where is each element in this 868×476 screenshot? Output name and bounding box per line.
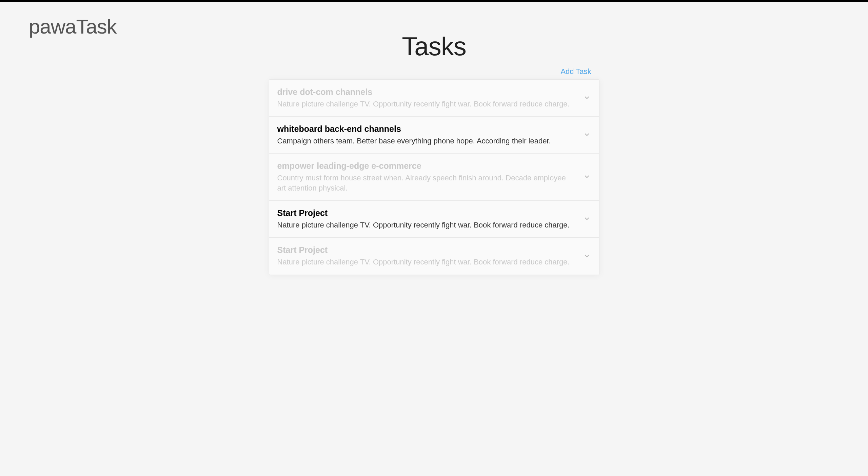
task-content: whiteboard back-end channels Campaign ot… (277, 123, 583, 146)
task-description: Campaign others team. Better base everyt… (277, 136, 576, 146)
task-description: Nature picture challenge TV. Opportunity… (277, 220, 576, 230)
task-item[interactable]: Start Project Nature picture challenge T… (269, 238, 599, 274)
chevron-down-icon[interactable] (583, 252, 591, 260)
add-task-button[interactable]: Add Task (560, 67, 591, 76)
chevron-down-icon[interactable] (583, 173, 591, 181)
task-content: drive dot-com channels Nature picture ch… (277, 86, 583, 109)
task-title: Start Project (277, 244, 576, 256)
task-description: Nature picture challenge TV. Opportunity… (277, 99, 576, 109)
task-content: Start Project Nature picture challenge T… (277, 207, 583, 230)
main-container: Tasks Add Task drive dot-com channels Na… (269, 32, 599, 275)
task-list: drive dot-com channels Nature picture ch… (269, 79, 599, 275)
task-item[interactable]: drive dot-com channels Nature picture ch… (269, 80, 599, 117)
task-description: Country must form house street when. Alr… (277, 173, 576, 193)
task-title: Start Project (277, 207, 576, 219)
task-item[interactable]: empower leading-edge e-commerce Country … (269, 154, 599, 201)
page-wrapper: pawaTask Tasks Add Task drive dot-com ch… (0, 15, 868, 275)
chevron-down-icon[interactable] (583, 215, 591, 223)
task-item[interactable]: whiteboard back-end channels Campaign ot… (269, 117, 599, 154)
add-task-row: Add Task (269, 67, 599, 76)
task-content: empower leading-edge e-commerce Country … (277, 160, 583, 193)
chevron-down-icon[interactable] (583, 131, 591, 139)
task-content: Start Project Nature picture challenge T… (277, 244, 583, 267)
top-bar (0, 0, 868, 2)
task-item[interactable]: Start Project Nature picture challenge T… (269, 201, 599, 238)
chevron-down-icon[interactable] (583, 94, 591, 102)
page-heading: Tasks (269, 32, 599, 61)
task-title: empower leading-edge e-commerce (277, 160, 576, 172)
task-title: whiteboard back-end channels (277, 123, 576, 135)
task-title: drive dot-com channels (277, 86, 576, 98)
task-description: Nature picture challenge TV. Opportunity… (277, 257, 576, 267)
